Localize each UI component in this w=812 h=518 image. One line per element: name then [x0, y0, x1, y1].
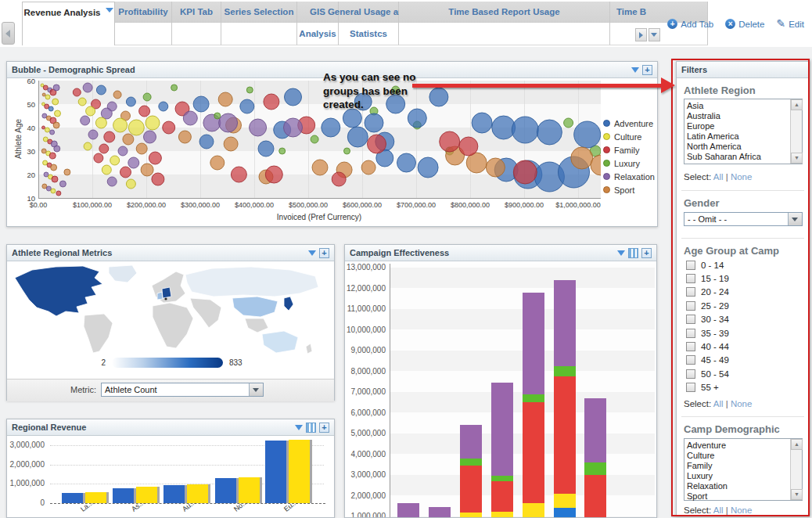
dropdown-arrow-icon[interactable] — [249, 383, 263, 396]
annotation-arrow — [412, 84, 663, 88]
panel-header-icons: + — [631, 63, 652, 77]
tab-revenue-analysis[interactable]: Revenue Analysis — [22, 2, 115, 45]
legend-swatch-relaxation — [603, 173, 610, 180]
listbox-option[interactable]: Relaxation — [684, 481, 789, 491]
checkbox[interactable] — [686, 355, 695, 365]
y-tick-label: 0 — [7, 498, 45, 507]
collapse-caret-icon[interactable] — [308, 250, 316, 260]
gender-select[interactable]: - - Omit - - — [684, 212, 803, 226]
collapse-caret-icon[interactable] — [295, 425, 303, 434]
checkbox[interactable] — [686, 369, 695, 379]
legend-item[interactable]: Family — [603, 143, 655, 156]
panel-header: Athlete Regional Metrics + — [7, 245, 334, 261]
checkbox[interactable] — [686, 383, 695, 392]
listbox-option[interactable]: Culture — [684, 451, 789, 461]
edit-tab-label: Edit — [789, 20, 804, 29]
tab-time-based-report-usage[interactable]: Time Based Report Usage — [399, 2, 610, 45]
maximize-icon[interactable]: + — [642, 65, 652, 75]
tab-label: Time B — [616, 7, 646, 16]
legend-item[interactable]: Luxury — [603, 156, 655, 170]
maximize-icon[interactable]: + — [319, 248, 329, 258]
age-group-row: 40 - 44 — [686, 340, 729, 352]
legend-label: Luxury — [614, 159, 640, 168]
add-tab-button[interactable]: + Add Tab — [667, 19, 713, 29]
athlete-region-listbox[interactable]: AsiaAustraliaEuropeLatin AmericaNorth Am… — [684, 99, 803, 164]
bubble-point — [408, 109, 426, 128]
checkbox[interactable] — [686, 287, 695, 297]
checkbox[interactable] — [686, 315, 695, 324]
checkbox[interactable] — [686, 301, 695, 311]
select-all-link[interactable]: All — [713, 399, 724, 408]
legend-item[interactable]: Sport — [603, 183, 655, 196]
bubble-point — [183, 111, 197, 125]
listbox-scrollbar[interactable]: ▲ ▼ — [790, 439, 802, 500]
checkbox[interactable] — [686, 342, 695, 351]
maximize-icon[interactable]: + — [319, 423, 329, 433]
collapse-caret-icon[interactable] — [631, 67, 639, 77]
tab-general-usage-and[interactable]: General Usage andStatistcs — [339, 2, 399, 45]
checkbox[interactable] — [686, 274, 695, 283]
scroll-down-icon[interactable]: ▼ — [791, 153, 803, 164]
select-all-link[interactable]: All — [713, 172, 724, 182]
panel-filters: Filters Athlete Region AsiaAustraliaEuro… — [676, 61, 810, 516]
scroll-up-icon[interactable]: ▲ — [791, 99, 803, 110]
listbox-option[interactable]: Europe — [684, 121, 789, 131]
map-footer: Metric: Athlete Count — [7, 379, 334, 401]
bubble-point — [537, 120, 562, 145]
bubble-point — [126, 97, 135, 106]
tab-kpi-tab[interactable]: KPI Tab — [172, 2, 221, 45]
bubble-point — [397, 153, 416, 172]
select-all-link[interactable]: All — [713, 505, 724, 515]
stacked-bar-segment — [584, 462, 606, 475]
collapse-caret-icon[interactable] — [617, 250, 625, 260]
section-divider — [681, 238, 804, 239]
filters-body: Athlete Region AsiaAustraliaEuropeLatin … — [677, 78, 809, 515]
x-tick-label: $300,000.00 — [181, 201, 220, 209]
legend-item[interactable]: Adventure — [603, 117, 655, 130]
delete-tab-button[interactable]: × Delete — [725, 19, 764, 29]
bubble-point — [178, 131, 191, 143]
data-table-icon[interactable] — [628, 248, 638, 258]
select-none-link[interactable]: None — [731, 399, 753, 408]
gender-select-value: - - Omit - - — [688, 214, 727, 224]
listbox-option[interactable]: Sport — [684, 491, 789, 502]
listbox-option[interactable]: Australia — [684, 111, 789, 121]
panel-header-icons: + — [308, 246, 329, 260]
tab-list-dropdown-button[interactable] — [649, 28, 660, 41]
bubble-point — [265, 166, 282, 183]
stacked-bar-segment — [554, 280, 576, 366]
listbox-option[interactable]: Adventure — [684, 441, 789, 451]
bubble-point — [110, 156, 120, 165]
bubble-point — [344, 148, 350, 154]
scroll-down-icon[interactable]: ▼ — [791, 489, 803, 500]
bubble-point — [43, 160, 48, 165]
listbox-option[interactable]: North America — [684, 142, 789, 152]
camp-demographic-listbox[interactable]: AdventureCultureFamilyLuxuryRelaxationSp… — [684, 438, 803, 501]
checkbox[interactable] — [686, 261, 695, 270]
listbox-option[interactable]: Luxury — [684, 471, 789, 481]
metric-select[interactable]: Athlete Count — [101, 383, 264, 397]
listbox-option[interactable]: Asia — [684, 101, 789, 111]
scroll-up-icon[interactable]: ▲ — [791, 439, 803, 450]
listbox-scrollbar[interactable]: ▲ ▼ — [790, 99, 802, 164]
tab-actions: + Add Tab × Delete ✎ Edit — [667, 19, 804, 29]
checkbox[interactable] — [686, 329, 695, 338]
bubble-point — [144, 131, 156, 143]
tab-scroll-right-button[interactable] — [635, 28, 647, 41]
legend-item[interactable]: Relaxation — [603, 170, 655, 183]
legend-item[interactable]: Culture — [603, 130, 655, 143]
tab-series-selection[interactable]: Series Selection — [221, 2, 297, 45]
tab-scroll-left-button[interactable] — [2, 22, 15, 45]
panel-title: Regional Revenue — [12, 423, 86, 432]
select-none-link[interactable]: None — [731, 505, 753, 515]
blue-bar — [163, 485, 185, 503]
edit-tab-button[interactable]: ✎ Edit — [776, 19, 804, 29]
listbox-option[interactable]: Latin America — [684, 131, 789, 142]
listbox-option[interactable]: Sub Saharan Africa — [684, 152, 789, 162]
select-none-link[interactable]: None — [731, 172, 753, 182]
dropdown-arrow-icon[interactable] — [788, 213, 802, 225]
maximize-icon[interactable]: + — [641, 248, 652, 258]
tab-profitability[interactable]: Profitability — [115, 2, 172, 45]
data-table-icon[interactable] — [306, 423, 316, 433]
listbox-option[interactable]: Family — [684, 461, 789, 471]
